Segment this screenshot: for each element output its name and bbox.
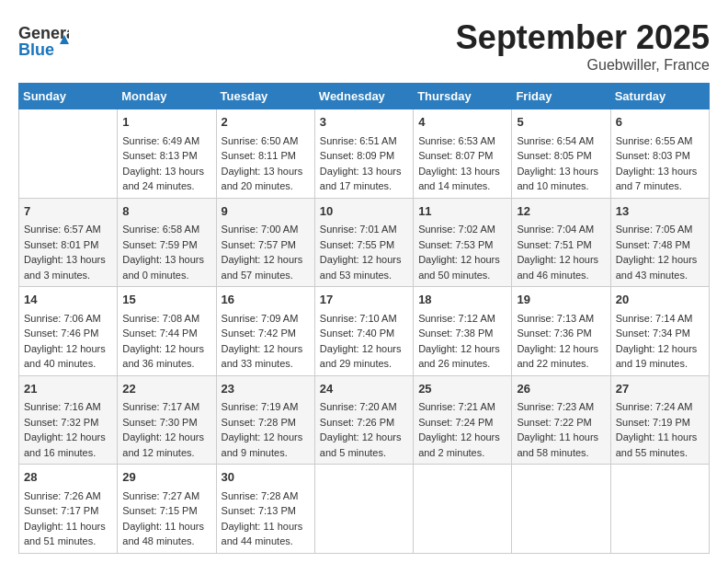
header: General Blue September 2025 Guebwiller, … [18,18,710,74]
day-number: 17 [320,291,408,309]
day-info: Sunrise: 7:21 AM [418,399,506,415]
day-number: 23 [222,380,310,398]
day-info: Daylight: 13 hours [24,252,112,268]
day-info: Sunrise: 7:16 AM [24,399,112,415]
day-info: Sunrise: 7:20 AM [320,399,408,415]
day-info: Sunset: 7:34 PM [616,326,704,341]
calendar-cell: 29Sunrise: 7:27 AMSunset: 7:15 PMDayligh… [118,465,216,554]
calendar-cell: 16Sunrise: 7:09 AMSunset: 7:42 PMDayligh… [216,287,314,376]
day-info: and 17 minutes. [320,178,408,194]
day-info: Daylight: 12 hours [24,341,112,357]
day-info: Sunrise: 6:55 AM [616,133,704,149]
day-number: 22 [122,380,210,398]
calendar-table: SundayMondayTuesdayWednesdayThursdayFrid… [18,83,710,554]
day-info: Daylight: 12 hours [616,252,704,268]
day-info: Sunrise: 7:05 AM [616,222,704,237]
day-number: 7 [24,202,112,221]
day-info: and 46 minutes. [517,268,605,283]
calendar-cell: 6Sunrise: 6:55 AMSunset: 8:03 PMDaylight… [610,109,709,199]
day-info: Daylight: 13 hours [222,164,310,179]
day-info: Sunrise: 7:13 AM [517,311,605,327]
calendar-cell: 12Sunrise: 7:04 AMSunset: 7:51 PMDayligh… [512,198,610,287]
day-info: Daylight: 11 hours [122,519,210,534]
day-info: and 53 minutes. [320,268,408,283]
day-info: and 2 minutes. [418,445,506,461]
day-info: Sunset: 7:19 PM [616,415,704,431]
day-info: Sunset: 7:26 PM [320,415,408,431]
day-info: Daylight: 12 hours [418,252,506,268]
calendar-cell [512,465,610,554]
day-info: and 9 minutes. [222,445,310,461]
day-info: Sunset: 8:01 PM [24,237,112,253]
day-info: and 55 minutes. [616,445,704,461]
day-info: and 44 minutes. [222,534,310,549]
day-info: Daylight: 12 hours [320,252,408,268]
day-info: Sunrise: 7:12 AM [418,311,506,327]
day-info: Sunset: 7:36 PM [517,326,605,341]
day-info: Daylight: 12 hours [517,252,605,268]
day-number: 27 [616,380,704,398]
day-info: Sunrise: 6:58 AM [122,222,210,237]
day-info: and 33 minutes. [222,356,310,372]
svg-text:General: General [18,24,69,42]
title-area: September 2025 Guebwiller, France [456,18,710,74]
weekday-header-tuesday: Tuesday [216,84,314,109]
day-info: Sunrise: 7:14 AM [616,311,704,327]
day-info: Sunrise: 7:10 AM [320,311,408,327]
calendar-cell: 22Sunrise: 7:17 AMSunset: 7:30 PMDayligh… [118,375,216,465]
calendar-cell: 24Sunrise: 7:20 AMSunset: 7:26 PMDayligh… [314,375,413,465]
day-info: Sunset: 7:51 PM [517,237,605,253]
day-info: Sunset: 8:07 PM [418,148,506,164]
day-info: Sunrise: 7:04 AM [517,222,605,237]
day-info: Sunset: 7:32 PM [24,415,112,431]
calendar-cell: 8Sunrise: 6:58 AMSunset: 7:59 PMDaylight… [118,198,216,287]
day-info: and 58 minutes. [517,445,605,461]
calendar-cell: 2Sunrise: 6:50 AMSunset: 8:11 PMDaylight… [216,109,314,199]
day-info: and 19 minutes. [616,356,704,372]
calendar-cell: 7Sunrise: 6:57 AMSunset: 8:01 PMDaylight… [19,198,118,287]
day-number: 21 [24,380,112,398]
day-info: Sunset: 7:53 PM [418,237,506,253]
day-info: Sunset: 7:13 PM [222,503,310,519]
day-info: Sunset: 7:15 PM [122,503,210,519]
calendar-cell: 19Sunrise: 7:13 AMSunset: 7:36 PMDayligh… [512,287,610,376]
day-info: and 12 minutes. [122,445,210,461]
day-number: 1 [122,113,210,132]
day-info: Sunrise: 6:54 AM [517,133,605,149]
day-info: Sunset: 7:44 PM [122,326,210,341]
day-info: and 0 minutes. [122,268,210,283]
month-title: September 2025 [456,18,710,57]
weekday-header-wednesday: Wednesday [314,84,413,109]
weekday-header-monday: Monday [118,84,216,109]
weekday-header-saturday: Saturday [610,84,709,109]
day-number: 24 [320,380,408,398]
day-info: Sunrise: 7:17 AM [122,399,210,415]
day-info: Sunrise: 7:01 AM [320,222,408,237]
day-info: Daylight: 13 hours [418,164,506,179]
day-info: Sunset: 8:09 PM [320,148,408,164]
day-info: Daylight: 12 hours [418,430,506,445]
day-info: Daylight: 11 hours [222,519,310,534]
svg-text:Blue: Blue [18,40,54,59]
day-info: and 10 minutes. [517,178,605,194]
logo-icon: General Blue [18,18,69,64]
calendar-cell: 15Sunrise: 7:08 AMSunset: 7:44 PMDayligh… [118,287,216,376]
calendar-week-row: 14Sunrise: 7:06 AMSunset: 7:46 PMDayligh… [19,287,710,376]
calendar-cell [314,465,413,554]
day-info: Sunrise: 6:57 AM [24,222,112,237]
day-info: and 36 minutes. [122,356,210,372]
day-info: Sunrise: 7:26 AM [24,488,112,504]
calendar-cell: 21Sunrise: 7:16 AMSunset: 7:32 PMDayligh… [19,375,118,465]
day-info: Sunset: 8:11 PM [222,148,310,164]
day-info: Daylight: 12 hours [122,430,210,445]
day-number: 30 [222,468,310,487]
calendar-cell: 1Sunrise: 6:49 AMSunset: 8:13 PMDaylight… [118,109,216,199]
day-info: Sunset: 7:38 PM [418,326,506,341]
day-info: Sunrise: 6:51 AM [320,133,408,149]
calendar-cell: 20Sunrise: 7:14 AMSunset: 7:34 PMDayligh… [610,287,709,376]
day-info: Daylight: 11 hours [24,519,112,534]
day-number: 4 [418,113,506,132]
day-info: Sunset: 7:46 PM [24,326,112,341]
day-info: Sunrise: 7:09 AM [222,311,310,327]
calendar-week-row: 7Sunrise: 6:57 AMSunset: 8:01 PMDaylight… [19,198,710,287]
